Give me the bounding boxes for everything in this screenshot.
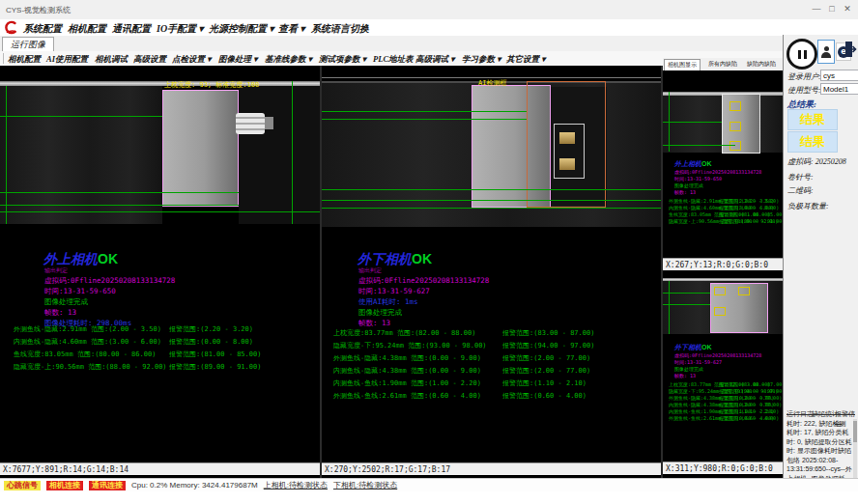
measure-line bbox=[322, 208, 661, 209]
log-scrollbar[interactable] bbox=[853, 419, 857, 479]
toolbar-separator bbox=[3, 53, 4, 64]
thumb-tab-camera-image[interactable]: 相机图显示 bbox=[664, 59, 701, 70]
cpu-memory-text: Cpu: 0.2% Memory: 3424.4179687M bbox=[131, 481, 258, 490]
camera-result-title: 外下相机OK bbox=[674, 343, 712, 352]
time-line: 时间:13-31-59-627 bbox=[674, 359, 722, 365]
model-field[interactable] bbox=[820, 83, 858, 95]
frames-line: 帧数: 13 bbox=[358, 319, 390, 328]
scrollbar-thumb[interactable] bbox=[853, 421, 857, 442]
menu-io-config[interactable]: IO手配置 ▾ bbox=[157, 22, 204, 36]
upper-camera-status: 上相机:待检测状态 bbox=[264, 480, 328, 490]
measurement-row: 外测鱼线-隐藏:2.91mm 范围:(2.00 - 3.50)报警范围:(2.2… bbox=[669, 198, 774, 204]
tool-advanced-debug[interactable]: 高级调试 ▾ bbox=[415, 54, 454, 66]
measure-value: 内测鱼线-鱼线:1.90mm 范围:(1.00 - 2.20) bbox=[333, 379, 481, 387]
menu-bar: 系统配置 相机配置 通讯配置 IO手配置 ▾ 光源控制配置 ▾ 查看 ▾ 系统语… bbox=[0, 19, 858, 36]
right-panel: e 登录用户: 使用型号: 总结果: 结果 结果 虚拟码: 20250208 卷… bbox=[783, 35, 858, 490]
menu-camera-config[interactable]: 相机配置 bbox=[68, 22, 106, 36]
tool-image-process[interactable]: 图像处理 ▾ bbox=[218, 54, 257, 66]
thumbnail-column: 相机图显示 所有内缺陷 缺陷内缺陷 外上相机OK 虚拟码:0Ffline2025… bbox=[663, 58, 783, 478]
measurement-row: 上枕宽度:83.77mm 范围:(82.00 - 88.00)报警范围:(83.… bbox=[333, 328, 475, 338]
alarm-range: 报警范围:(89.00 - 91.00) bbox=[719, 218, 785, 224]
status-line: 图像处理完成 bbox=[358, 308, 402, 318]
alarm-range: 报警范围:(89.00 - 91.00) bbox=[169, 362, 261, 372]
alarm-range: 报警范围:(83.00 - 87.00) bbox=[719, 381, 785, 387]
defect-marker-box bbox=[738, 287, 750, 295]
frames-line: 帧数: 13 bbox=[674, 189, 696, 195]
alarm-range: 报警范围:(2.20 - 3.20) bbox=[719, 198, 779, 204]
menu-language-switch[interactable]: 系统语言切换 bbox=[311, 22, 369, 36]
bottom-thumbnail-view[interactable]: 外下相机OK 虚拟码:0Ffline20250208133134728 时间:1… bbox=[663, 270, 783, 462]
gripper-tip bbox=[265, 117, 273, 129]
pause-button[interactable] bbox=[786, 39, 817, 70]
barcode-label: 虚拟码: 20250208 bbox=[787, 156, 846, 167]
defect-marker-box bbox=[729, 122, 741, 131]
measure-line bbox=[322, 119, 527, 120]
alarm-range: 报警范围:(2.00 - 77.00) bbox=[719, 402, 782, 407]
tool-other-set[interactable]: 其它设置 ▾ bbox=[506, 54, 545, 66]
measurement-row: 隐藏宽度-上:90.56mm 范围:(88.00 - 92.00)报警范围:(8… bbox=[14, 362, 167, 372]
measure-line bbox=[663, 122, 722, 123]
thumb-tab-defect-detail[interactable]: 缺陷内缺陷 bbox=[744, 59, 779, 70]
result-ok: OK bbox=[98, 251, 118, 266]
measure-line-vertical bbox=[669, 92, 670, 152]
menu-comm-config[interactable]: 通讯配置 bbox=[112, 22, 151, 36]
measurement-row: 内测鱼线-鱼线:1.90mm 范围:(1.00 - 2.20)报警范围:(1.1… bbox=[669, 408, 774, 414]
alarm-range: 报警范围:(0.60 - 4.00) bbox=[719, 415, 779, 421]
tool-ai-config[interactable]: AI使用配置 bbox=[46, 54, 88, 66]
measure-line bbox=[0, 211, 320, 212]
tool-spotcheck-set[interactable]: 点检设置 ▾ bbox=[172, 54, 211, 66]
defect-marker-box bbox=[714, 287, 726, 295]
tab-strip: 运行图像 bbox=[0, 36, 858, 52]
app-window: CYS-视觉检测系统 — □ ✕ 系统配置 相机配置 通讯配置 IO手配置 ▾ … bbox=[0, 0, 858, 504]
tool-test-param[interactable]: 测试项参数 ▾ bbox=[319, 54, 366, 66]
measurement-row: 外测鱼线-隐藏:2.91mm 范围:(2.00 - 3.50)报警范围:(2.2… bbox=[14, 324, 161, 334]
lower-camera-status: 下相机:待检测状态 bbox=[333, 480, 397, 490]
judge-sublabel: 输出判定 bbox=[44, 266, 68, 275]
alarm-range: 报警范围:(2.20 - 3.20) bbox=[169, 324, 253, 334]
gripper-connector bbox=[236, 113, 265, 134]
result-box-upper: 结果 bbox=[787, 109, 838, 130]
measurement-row: 外测鱼线-鱼线:2.61mm 范围:(0.60 - 4.00)报警范围:(0.6… bbox=[333, 391, 481, 401]
measure-line bbox=[322, 189, 661, 190]
measurement-row: 隐藏宽度-下:95.24mm 范围:(93.00 - 98.00)报警范围:(9… bbox=[669, 388, 778, 394]
measure-value: 外测鱼线-隐藏:4.38mm 范围:(0.00 - 9.00) bbox=[333, 354, 481, 362]
tool-baseline-param[interactable]: 基准线参数 ▾ bbox=[265, 54, 312, 66]
tool-camera-config[interactable]: 相机配置 bbox=[8, 54, 41, 66]
pixel-coordinate-bar: X:311;Y:980;R:0;G:0;B:0 bbox=[663, 462, 783, 474]
menu-view[interactable]: 查看 ▾ bbox=[278, 22, 305, 36]
measure-line-vertical bbox=[292, 81, 293, 224]
roi-width-label: 上枕宽度: 93; 标准宽度:100 bbox=[164, 80, 259, 90]
maximize-icon[interactable]: □ bbox=[825, 4, 839, 14]
status-line: 图像处理完成 bbox=[674, 182, 703, 188]
measure-line bbox=[322, 200, 661, 201]
thumb-tab-all-defects[interactable]: 所有内缺陷 bbox=[705, 59, 740, 70]
measurement-row: 隐藏宽度-上:90.56mm 范围:(88.00 - 92.00)报警范围:(8… bbox=[669, 218, 778, 224]
camera-name: 外下相机 bbox=[674, 344, 701, 351]
tab-run-image[interactable]: 运行图像 bbox=[2, 37, 54, 51]
tool-plc-table[interactable]: PLC地址表 bbox=[373, 54, 414, 66]
barcode-line: 虚拟码:0Ffline20250208133134728 bbox=[674, 169, 761, 175]
tool-camera-debug[interactable]: 相机调试 bbox=[95, 54, 128, 66]
menu-system-config[interactable]: 系统配置 bbox=[23, 22, 62, 36]
menu-light-config[interactable]: 光源控制配置 ▾ bbox=[209, 22, 274, 36]
camera-name: 外上相机 bbox=[43, 252, 98, 266]
top-thumbnail-view[interactable]: 外上相机OK 虚拟码:0Ffline20250208133134728 时间:1… bbox=[663, 70, 783, 258]
measure-line bbox=[0, 116, 162, 117]
close-icon[interactable]: ✕ bbox=[841, 4, 854, 14]
ai-time-line: 使用AI耗时: 1ms bbox=[358, 297, 418, 307]
frames-line: 帧数: 13 bbox=[674, 373, 696, 378]
time-line: 时间:13-31-59-650 bbox=[674, 176, 722, 182]
middle-camera-view[interactable]: AI检测框 外下相机OK 输出判定 虚拟码:0Ffline20250208133… bbox=[322, 66, 661, 478]
measure-line bbox=[663, 293, 710, 294]
user-login-button[interactable] bbox=[817, 40, 835, 64]
status-line: 图像处理完成 bbox=[44, 297, 88, 307]
tool-learn-param[interactable]: 学习参数 ▾ bbox=[462, 54, 500, 66]
left-camera-view[interactable]: 上枕宽度: 93; 标准宽度:100 外上相机OK 输出判定 虚拟码:0Ffli… bbox=[0, 66, 320, 478]
logout-button[interactable] bbox=[844, 40, 857, 61]
login-user-field[interactable] bbox=[820, 70, 858, 81]
tool-advanced-set[interactable]: 高级设置 bbox=[133, 54, 166, 66]
minimize-icon[interactable]: — bbox=[810, 4, 823, 14]
status-line: 图像处理完成 bbox=[674, 366, 703, 372]
log-tab-run[interactable]: 运行日志 bbox=[786, 409, 814, 419]
measure-line-vertical bbox=[6, 86, 7, 224]
